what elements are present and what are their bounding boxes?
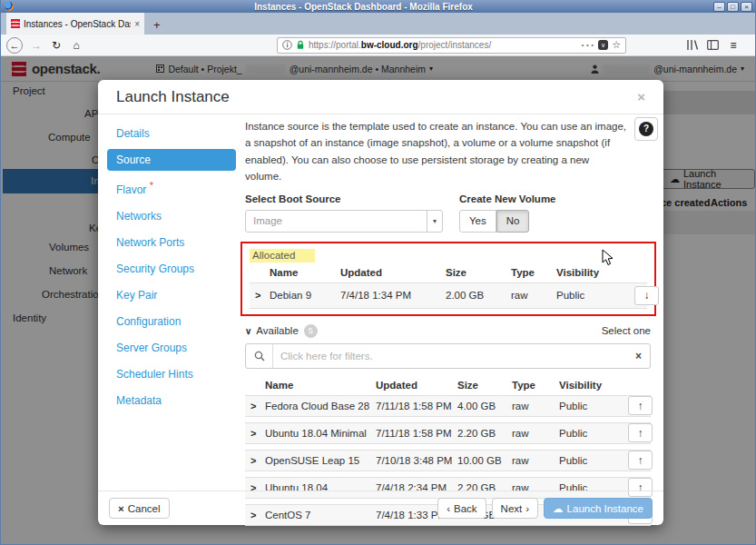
modal-close-icon[interactable]: × xyxy=(637,89,645,104)
browser-window: Instances - OpenStack Dashboard - Mozill… xyxy=(0,0,756,545)
col-size: Size xyxy=(446,267,511,278)
collapse-chevron-icon[interactable]: ∨ xyxy=(245,326,251,336)
filter-input[interactable] xyxy=(273,351,627,362)
back-icon[interactable]: ← xyxy=(6,37,23,54)
boot-source-select[interactable]: Image ▾ xyxy=(245,210,443,233)
image-type: raw xyxy=(512,428,559,439)
close-window-button[interactable]: × xyxy=(741,2,752,12)
allocated-row-debian9: > Debian 9 7/4/18 1:34 PM 2.00 GB raw Pu… xyxy=(250,282,647,309)
url-scheme: https://portal. xyxy=(309,40,361,50)
required-marker: * xyxy=(150,180,153,191)
forward-icon[interactable]: → xyxy=(26,39,46,52)
help-button[interactable]: ? xyxy=(634,117,658,141)
deallocate-button[interactable]: ↓ xyxy=(634,286,659,305)
boot-source-label: Select Boot Source xyxy=(245,193,443,204)
library-icon[interactable] xyxy=(686,39,699,51)
minimize-button[interactable]: – xyxy=(713,2,725,12)
window-titlebar: Instances - OpenStack Dashboard - Mozill… xyxy=(1,0,755,13)
wizard-step-security-groups[interactable]: Security Groups xyxy=(107,258,236,280)
tab-close-icon[interactable]: × xyxy=(134,19,140,29)
back-button[interactable]: ‹ Back xyxy=(437,498,486,519)
wizard-step-flavor[interactable]: Flavor * xyxy=(107,175,236,201)
wizard-step-networks[interactable]: Networks xyxy=(107,205,236,227)
image-size: 2.00 GB xyxy=(446,290,511,301)
image-updated: 7/4/18 1:34 PM xyxy=(340,290,446,301)
expand-chevron-icon[interactable]: > xyxy=(245,455,265,466)
arrow-up-icon: ↑ xyxy=(638,400,643,412)
select-one-hint: Select one xyxy=(602,325,651,336)
volume-no-button[interactable]: No xyxy=(496,210,530,233)
launch-instance-button[interactable]: ☁ Launch Instance xyxy=(544,498,653,519)
tab-instances[interactable]: Instances - OpenStack Dash × xyxy=(6,13,144,35)
volume-yes-button[interactable]: Yes xyxy=(459,210,496,233)
image-visibility: Public xyxy=(559,401,628,411)
page-actions-icon[interactable]: ⋯ xyxy=(580,36,594,54)
image-visibility: Public xyxy=(559,455,628,466)
pocket-icon[interactable]: ∨ xyxy=(598,40,608,50)
col-updated: Updated xyxy=(376,380,457,391)
cloud-upload-icon: ☁ xyxy=(553,502,564,515)
caret-down-icon: ▾ xyxy=(427,211,442,232)
create-volume-toggle: Yes No xyxy=(459,210,556,233)
clear-filter-icon[interactable]: × xyxy=(627,350,650,362)
modal-header: Launch Instance × xyxy=(98,80,663,114)
menu-icon[interactable]: ≡ xyxy=(727,39,740,52)
maximize-button[interactable]: □ xyxy=(727,2,739,12)
cancel-button[interactable]: × Cancel xyxy=(109,498,170,519)
https-lock-icon xyxy=(296,40,305,50)
expand-chevron-icon[interactable]: > xyxy=(250,290,270,301)
arrow-up-icon: ↑ xyxy=(638,427,643,440)
image-type: raw xyxy=(512,401,559,411)
available-table-header: Name Updated Size Type Visibility xyxy=(245,375,651,395)
sidebar-toggle-icon[interactable] xyxy=(707,40,719,50)
available-title: Available xyxy=(256,325,298,336)
expand-chevron-icon[interactable]: > xyxy=(245,428,265,439)
x-icon: × xyxy=(118,503,124,514)
image-name: Debian 9 xyxy=(270,290,340,301)
wizard-step-key-pair[interactable]: Key Pair xyxy=(107,284,236,306)
allocated-table-header: Name Updated Size Type Visibility xyxy=(250,263,647,282)
wizard-step-source[interactable]: Source xyxy=(107,149,236,171)
reload-icon[interactable]: ↻ xyxy=(46,39,66,52)
image-visibility: Public xyxy=(556,290,634,301)
wizard-step-details[interactable]: Details xyxy=(107,123,236,144)
arrow-down-icon: ↓ xyxy=(644,289,650,302)
wizard-step-metadata[interactable]: Metadata xyxy=(107,390,236,411)
col-type: Type xyxy=(511,267,556,278)
wizard-step-configuration[interactable]: Configuration xyxy=(107,311,236,332)
col-visibility: Visibility xyxy=(559,380,628,391)
wizard-nav: Details Source Flavor * Networks Network… xyxy=(107,123,236,416)
openstack-favicon xyxy=(11,19,20,28)
allocate-button[interactable]: ↑ xyxy=(628,396,653,415)
source-step-content: ? Instance source is the template used t… xyxy=(245,118,651,531)
wizard-step-network-ports[interactable]: Network Ports xyxy=(107,232,236,253)
image-size: 2.20 GB xyxy=(457,428,512,439)
firefox-icon xyxy=(5,2,14,11)
available-row-ubuntu-minimal: > Ubuntu 18.04 Minimal 7/11/18 1:58 PM 2… xyxy=(245,422,651,444)
expand-chevron-icon[interactable]: > xyxy=(245,401,265,411)
modal-footer: × Cancel ‹ Back Next › ☁ Launch Instance xyxy=(98,490,663,525)
allocate-button[interactable]: ↑ xyxy=(628,451,653,470)
help-icon: ? xyxy=(639,122,653,136)
col-name: Name xyxy=(265,380,376,391)
search-icon xyxy=(246,344,273,368)
home-icon[interactable]: ⌂ xyxy=(66,39,86,52)
image-type: raw xyxy=(511,290,556,301)
new-tab-button[interactable]: + xyxy=(153,18,161,35)
url-bar[interactable]: https://portal.bw-cloud.org/project/inst… xyxy=(277,37,626,54)
wizard-step-server-groups[interactable]: Server Groups xyxy=(107,337,236,359)
wizard-step-scheduler-hints[interactable]: Scheduler Hints xyxy=(107,363,236,385)
next-button[interactable]: Next › xyxy=(492,498,539,519)
browser-toolbar: ← → ↻ ⌂ https://portal.bw-cloud.org/proj… xyxy=(1,35,755,56)
bookmark-star-icon[interactable]: ☆ xyxy=(612,39,621,51)
image-size: 10.00 GB xyxy=(457,455,512,466)
site-info-icon[interactable] xyxy=(282,40,292,50)
image-visibility: Public xyxy=(559,428,628,439)
image-updated: 7/10/18 3:48 PM xyxy=(376,455,457,466)
modal-body: Details Source Flavor * Networks Network… xyxy=(98,114,663,490)
image-type: raw xyxy=(512,455,559,466)
boot-source-value: Image xyxy=(246,215,427,226)
url-path: /project/instances/ xyxy=(418,40,492,50)
allocate-button[interactable]: ↑ xyxy=(628,423,653,442)
image-name: Ubuntu 18.04 Minimal xyxy=(265,428,376,439)
